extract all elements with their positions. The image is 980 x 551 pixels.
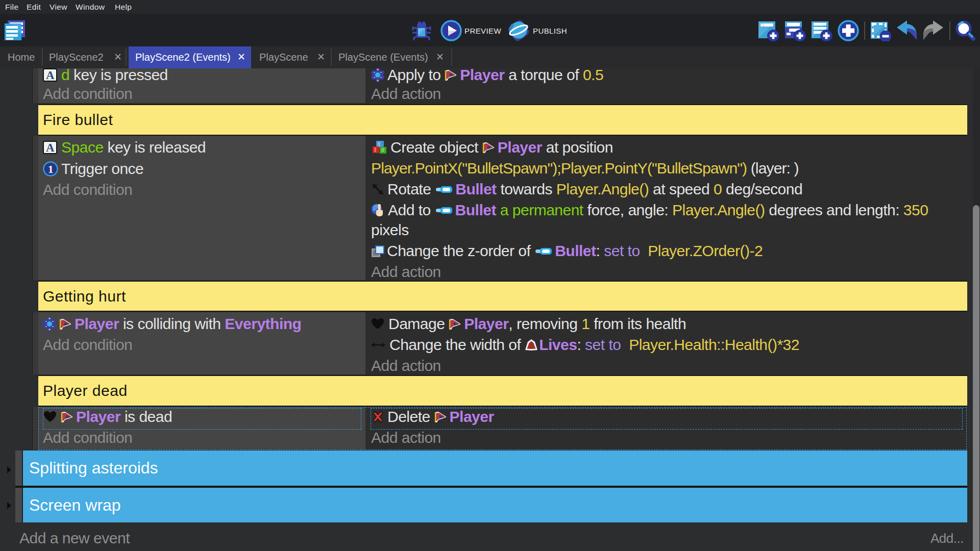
svg-text:1: 1 — [48, 163, 54, 176]
svg-text:A: A — [46, 141, 55, 154]
svg-text:A: A — [46, 69, 55, 82]
